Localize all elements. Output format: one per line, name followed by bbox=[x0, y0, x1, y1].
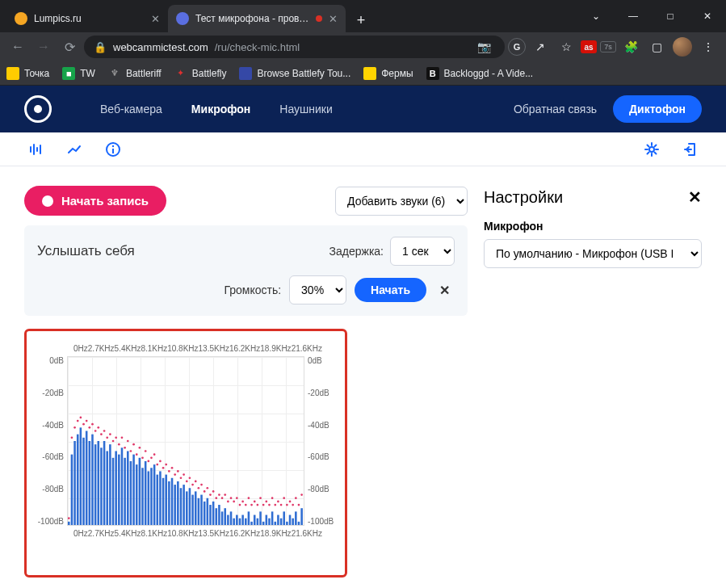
svg-point-113 bbox=[141, 456, 144, 459]
share-icon[interactable]: ↗ bbox=[529, 36, 552, 58]
bookmark-item[interactable]: Browse Battlefy Tou... bbox=[239, 67, 350, 80]
svg-point-92 bbox=[80, 417, 82, 419]
start-button[interactable]: Начать bbox=[355, 278, 426, 302]
tab-lumpics[interactable]: Lumpics.ru ✕ bbox=[6, 5, 168, 32]
nav-webcam[interactable]: Веб-камера bbox=[87, 103, 175, 116]
svg-point-110 bbox=[132, 443, 135, 446]
svg-rect-62 bbox=[227, 515, 229, 525]
svg-rect-26 bbox=[121, 447, 124, 525]
svg-point-159 bbox=[277, 501, 279, 503]
exit-icon[interactable] bbox=[679, 138, 702, 161]
svg-point-93 bbox=[82, 423, 85, 426]
nav-feedback[interactable]: Обратная связь bbox=[501, 103, 610, 116]
mic-select[interactable]: По умолчанию - Микрофон (USB I bbox=[484, 239, 702, 268]
svg-rect-14 bbox=[86, 431, 88, 525]
close-button[interactable]: ✕ bbox=[689, 0, 726, 32]
y-ticks-left: 0dB-20dB-40dB-60dB-80dB-100dB bbox=[35, 356, 67, 526]
close-icon[interactable]: ✕ bbox=[434, 283, 455, 298]
titlebar: Lumpics.ru ✕ Тест микрофона - проверка ✕… bbox=[0, 0, 726, 32]
svg-point-101 bbox=[106, 436, 108, 439]
line-icon[interactable] bbox=[63, 138, 86, 161]
svg-point-125 bbox=[177, 470, 179, 472]
svg-rect-87 bbox=[300, 508, 303, 525]
tab-title: Lumpics.ru bbox=[34, 13, 145, 24]
svg-rect-41 bbox=[165, 475, 167, 525]
svg-rect-46 bbox=[180, 488, 183, 525]
url-path: /ru/check-mic.html bbox=[215, 41, 300, 53]
waveform-icon[interactable] bbox=[24, 138, 47, 161]
back-button[interactable]: ← bbox=[6, 36, 29, 58]
record-icon bbox=[42, 195, 53, 207]
svg-point-122 bbox=[168, 470, 170, 472]
svg-rect-37 bbox=[153, 464, 156, 525]
svg-rect-66 bbox=[239, 519, 241, 525]
gear-icon[interactable] bbox=[640, 138, 663, 161]
minimize-button[interactable]: — bbox=[615, 0, 652, 32]
settings-title: Настройки bbox=[484, 188, 563, 207]
bookmark-item[interactable]: ✦Battlefly bbox=[174, 67, 227, 80]
bookmark-item[interactable]: BBackloggd - A Vide... bbox=[426, 67, 534, 80]
svg-rect-27 bbox=[124, 458, 126, 525]
extensions-icon[interactable]: 🧩 bbox=[619, 36, 642, 58]
svg-point-150 bbox=[250, 504, 253, 506]
bookmark-item[interactable]: ■TW bbox=[62, 67, 95, 80]
svg-rect-16 bbox=[91, 435, 94, 525]
delay-select[interactable]: 1 сек bbox=[390, 237, 455, 266]
new-tab-button[interactable]: + bbox=[349, 8, 373, 32]
svg-point-117 bbox=[153, 453, 156, 456]
forward-button[interactable]: → bbox=[32, 36, 55, 58]
record-button[interactable]: Начать запись bbox=[24, 186, 166, 216]
bookmark-item[interactable]: ♆Battleriff bbox=[108, 67, 162, 80]
svg-point-118 bbox=[156, 464, 158, 466]
menu-icon[interactable]: ⋮ bbox=[697, 36, 720, 58]
info-icon[interactable] bbox=[102, 138, 124, 161]
close-icon[interactable]: ✕ bbox=[151, 13, 160, 25]
add-sounds-select[interactable]: Добавить звуки (6) bbox=[335, 187, 468, 216]
close-icon[interactable]: ✕ bbox=[329, 13, 338, 25]
page: Веб-камера Микрофон Наушники Обратная св… bbox=[0, 86, 726, 578]
svg-rect-36 bbox=[150, 468, 153, 525]
svg-point-121 bbox=[165, 464, 167, 466]
svg-rect-83 bbox=[289, 515, 292, 525]
svg-point-157 bbox=[271, 497, 274, 499]
svg-point-105 bbox=[118, 443, 120, 446]
maximize-button[interactable]: □ bbox=[652, 0, 689, 32]
svg-rect-12 bbox=[80, 427, 82, 525]
svg-rect-68 bbox=[245, 519, 247, 525]
record-label: Начать запись bbox=[61, 194, 149, 208]
x-ticks-top: 0Hz2.7KHz5.4KHz8.1KHz10.8KHz13.5KHz16.2K… bbox=[35, 344, 337, 353]
volume-select[interactable]: 30% bbox=[289, 275, 346, 304]
google-icon[interactable]: G bbox=[508, 38, 526, 56]
svg-rect-9 bbox=[71, 455, 73, 525]
close-icon[interactable]: ✕ bbox=[688, 187, 702, 207]
svg-point-145 bbox=[236, 497, 238, 499]
svg-rect-52 bbox=[198, 498, 200, 525]
reload-button[interactable]: ⟳ bbox=[58, 36, 81, 58]
svg-rect-76 bbox=[268, 519, 271, 525]
address-bar: ← → ⟳ 🔒 webcammictest.com/ru/check-mic.h… bbox=[0, 32, 726, 61]
nav-headphones[interactable]: Наушники bbox=[266, 103, 345, 116]
url-box[interactable]: 🔒 webcammictest.com/ru/check-mic.html 📷 bbox=[84, 36, 505, 58]
nav-microphone[interactable]: Микрофон bbox=[178, 103, 263, 116]
chevron-down-icon[interactable]: ⌄ bbox=[577, 0, 615, 32]
hear-yourself-panel: Услышать себя Задержка: 1 сек Громкость:… bbox=[24, 225, 468, 316]
bookmark-item[interactable]: Фермы bbox=[363, 67, 413, 80]
svg-point-154 bbox=[262, 504, 265, 506]
svg-rect-40 bbox=[162, 478, 165, 525]
star-icon[interactable]: ☆ bbox=[555, 36, 577, 58]
svg-rect-50 bbox=[191, 495, 194, 525]
svg-rect-74 bbox=[262, 522, 265, 525]
seven-icon[interactable]: 7s bbox=[600, 41, 616, 52]
lastfm-icon[interactable]: as bbox=[581, 40, 597, 53]
tab-mictest[interactable]: Тест микрофона - проверка ✕ bbox=[168, 5, 346, 32]
logo-icon[interactable] bbox=[24, 95, 52, 123]
panel-icon[interactable]: ▢ bbox=[645, 36, 668, 58]
svg-rect-59 bbox=[218, 505, 220, 525]
svg-point-135 bbox=[206, 487, 208, 489]
avatar[interactable] bbox=[671, 36, 694, 58]
dictaphone-button[interactable]: Диктофон bbox=[613, 95, 702, 123]
favicon-icon bbox=[176, 12, 189, 25]
bookmark-item[interactable]: Точка bbox=[6, 67, 49, 80]
svg-point-131 bbox=[195, 481, 197, 483]
camera-icon[interactable]: 📷 bbox=[472, 36, 495, 58]
